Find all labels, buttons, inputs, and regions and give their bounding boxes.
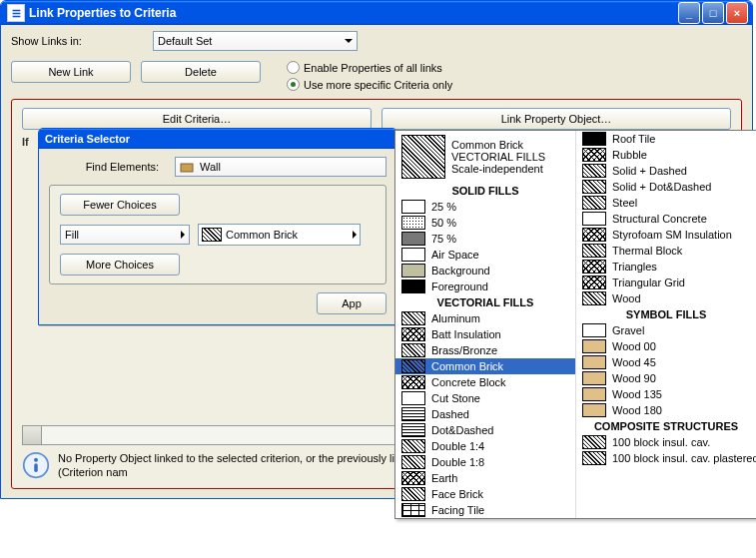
fill-option[interactable]: Structural Concrete — [576, 211, 756, 227]
fill-option-label: Triangular Grid — [612, 277, 685, 288]
fill-swatch-icon — [582, 276, 606, 289]
fill-option-label: Dot&Dashed — [431, 424, 493, 436]
fill-option[interactable]: Concrete Block — [395, 374, 575, 390]
fill-option[interactable]: Brass/Bronze — [395, 342, 575, 358]
fill-option[interactable]: Dot&Dashed — [395, 422, 575, 438]
wall-icon — [180, 160, 194, 174]
criteria-selector-window: Criteria Selector Find Elements: Wall Fe… — [38, 128, 397, 325]
fill-option[interactable]: Wood 00 — [576, 338, 756, 354]
fill-option[interactable]: 75 % — [395, 231, 575, 247]
fill-swatch-icon — [582, 164, 606, 178]
fill-option[interactable]: Double 1:8 — [395, 454, 575, 470]
fill-option-label: Common Brick — [431, 360, 503, 372]
fill-option[interactable]: Earth — [395, 470, 575, 486]
fill-swatch-icon — [401, 391, 425, 405]
fill-option[interactable]: Face Brick — [395, 486, 575, 502]
fill-option[interactable]: 50 % — [395, 215, 575, 231]
apply-button[interactable]: App — [317, 292, 386, 314]
fill-swatch-icon — [401, 439, 425, 453]
fill-option[interactable]: Wood — [576, 290, 756, 306]
fill-option[interactable]: Thermal Block — [576, 243, 756, 259]
fill-option[interactable]: Aluminum — [395, 310, 575, 326]
fill-option-label: Earth — [431, 472, 457, 484]
more-choices-button[interactable]: More Choices — [60, 254, 180, 276]
minimize-button[interactable]: _ — [678, 2, 700, 24]
show-links-in-select[interactable]: Default Set — [153, 31, 358, 51]
fill-swatch-icon — [582, 371, 606, 385]
radio-all-links[interactable]: Enable Properties of all links — [287, 61, 452, 74]
fill-option[interactable]: Common Brick — [395, 358, 575, 374]
new-link-button[interactable]: New Link — [11, 61, 131, 83]
fill-option[interactable]: Dashed — [395, 406, 575, 422]
fewer-choices-button[interactable]: Fewer Choices — [60, 194, 180, 216]
titlebar[interactable]: ☰ Link Properties to Criteria _ □ × — [1, 1, 752, 25]
fill-option[interactable]: Air Space — [395, 247, 575, 263]
fill-option-label: Triangles — [612, 261, 657, 273]
fill-swatch-icon — [401, 359, 425, 373]
fill-swatch-icon — [401, 343, 425, 357]
fill-option[interactable]: Wood 90 — [576, 370, 756, 386]
filter-property-select[interactable]: Fill — [60, 225, 190, 245]
fill-swatch-icon — [582, 132, 606, 146]
criteria-title: Criteria Selector — [45, 133, 130, 145]
fill-option[interactable]: Batt Insulation — [395, 326, 575, 342]
fill-option-label: Double 1:4 — [431, 440, 484, 452]
fill-option[interactable]: Solid + Dashed — [576, 163, 756, 179]
fill-option[interactable]: 25 % — [395, 199, 575, 215]
maximize-button[interactable]: □ — [702, 2, 724, 24]
fill-option-label: Wood 45 — [612, 356, 656, 368]
fill-swatch-icon — [401, 423, 425, 437]
find-elements-value: Wall — [200, 161, 221, 173]
edit-criteria-button[interactable]: Edit Criteria… — [22, 108, 372, 130]
fill-option[interactable]: Wood 135 — [576, 386, 756, 402]
fill-option-label: Thermal Block — [612, 245, 682, 257]
fill-option-label: Gravel — [612, 324, 644, 336]
fill-option-label: Background — [431, 265, 490, 277]
fill-swatch-icon — [401, 407, 425, 421]
fill-option-label: Face Brick — [431, 488, 483, 500]
fill-picker-flyout: Common Brick VECTORIAL FILLS Scale-indep… — [394, 130, 756, 519]
filter-value-select[interactable]: Common Brick — [198, 224, 361, 246]
radio-specific-criteria[interactable]: Use more specific Criteria only — [287, 78, 452, 91]
fill-option[interactable]: Triangles — [576, 259, 756, 275]
delete-button[interactable]: Delete — [141, 61, 261, 83]
fill-option[interactable]: 100 block insul. cav. plastered — [576, 450, 756, 466]
fill-option[interactable]: Foreground — [395, 279, 575, 294]
fill-option[interactable]: Rubble — [576, 147, 756, 163]
fill-option[interactable]: Roof Tile — [576, 131, 756, 147]
fill-option[interactable]: Gravel — [576, 322, 756, 338]
app-icon: ☰ — [7, 4, 25, 22]
fill-option-label: Structural Concrete — [612, 213, 707, 225]
fill-swatch-icon — [401, 216, 425, 230]
find-elements-select[interactable]: Wall — [175, 157, 386, 177]
fill-option[interactable]: Solid + Dot&Dashed — [576, 179, 756, 195]
close-button[interactable]: × — [726, 2, 748, 24]
fill-option[interactable]: Background — [395, 263, 575, 279]
find-elements-label: Find Elements: — [49, 161, 163, 173]
fill-option[interactable]: Double 1:4 — [395, 438, 575, 454]
scroll-left-button[interactable] — [23, 426, 42, 444]
fill-option[interactable]: Wood 180 — [576, 402, 756, 418]
link-property-object-button[interactable]: Link Property Object… — [381, 108, 731, 130]
fill-swatch-icon — [582, 387, 606, 401]
fill-swatch-icon — [582, 403, 606, 417]
criteria-titlebar[interactable]: Criteria Selector — [39, 129, 396, 149]
window-title: Link Properties to Criteria — [29, 6, 176, 20]
fill-option[interactable]: Cut Stone — [395, 390, 575, 406]
fill-option-label: Rubble — [612, 149, 647, 161]
fill-option[interactable]: Wood 45 — [576, 354, 756, 370]
fill-option-label: 100 block insul. cav. — [612, 436, 710, 448]
fill-swatch-icon — [582, 228, 606, 242]
svg-rect-2 — [34, 463, 38, 472]
fill-swatch-icon — [401, 200, 425, 214]
fill-option[interactable]: Styrofoam SM Insulation — [576, 227, 756, 243]
fill-swatch-icon — [582, 148, 606, 162]
fill-option[interactable]: 100 block insul. cav. — [576, 434, 756, 450]
fill-option[interactable]: Steel — [576, 195, 756, 211]
fill-option-label: Roof Tile — [612, 133, 655, 145]
fill-option[interactable]: Triangular Grid — [576, 275, 756, 290]
svg-point-1 — [34, 458, 38, 462]
fill-option[interactable]: Facing Tile — [395, 502, 575, 518]
fill-swatch-icon — [582, 323, 606, 337]
fill-category-heading: VECTORIAL FILLS — [395, 294, 575, 310]
